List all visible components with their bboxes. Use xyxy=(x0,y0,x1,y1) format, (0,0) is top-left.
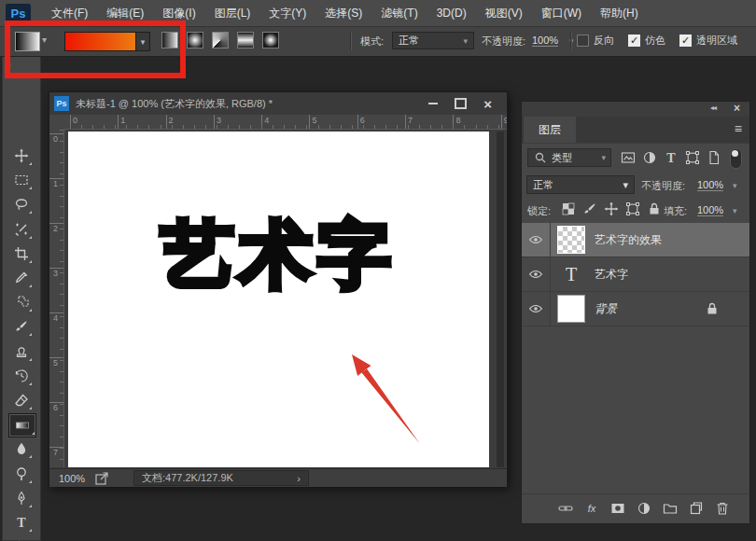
ruler-number: 0 xyxy=(49,133,63,178)
panel-group-header: ◂◂ × xyxy=(522,102,749,118)
zoom-level-field[interactable]: 100% xyxy=(59,473,94,484)
page-filter-icon[interactable] xyxy=(707,150,721,165)
opacity-value[interactable]: 100% xyxy=(532,35,558,47)
canvas[interactable]: 艺术字 xyxy=(68,132,489,467)
menu-item[interactable]: 图层(L) xyxy=(205,0,260,26)
checkbox-1[interactable]: 仿色 xyxy=(628,34,665,48)
tool-move[interactable] xyxy=(10,145,33,167)
menu-item[interactable]: 文件(F) xyxy=(42,0,97,26)
filter-toggle-switch[interactable] xyxy=(730,148,742,169)
layer-name: 艺术字 xyxy=(595,257,628,291)
menu-item[interactable]: 图像(I) xyxy=(153,0,204,26)
layer-row-effect[interactable]: 艺术字的效果 xyxy=(522,223,749,257)
chevron-down-icon[interactable]: ▾ xyxy=(733,206,737,215)
tool-lasso[interactable] xyxy=(10,193,33,215)
tool-preset-chevron-icon[interactable]: ▾ xyxy=(42,35,47,45)
layer-row-text[interactable]: T 艺术字 xyxy=(522,257,749,292)
linear-gradient-button[interactable] xyxy=(161,32,178,49)
document-ps-icon: Ps xyxy=(54,96,69,111)
angle-gradient-button[interactable] xyxy=(212,32,229,49)
maximize-button[interactable] xyxy=(455,98,467,109)
gradient-picker-chevron-icon[interactable]: ▾ xyxy=(135,32,150,51)
panel-menu-icon[interactable]: ≡ xyxy=(735,121,742,136)
menu-item[interactable]: 3D(D) xyxy=(427,0,476,26)
tool-type[interactable]: T xyxy=(10,511,33,534)
diamond-gradient-button[interactable] xyxy=(262,32,279,49)
tool-path-selection[interactable] xyxy=(10,535,33,541)
lock-lock-icon[interactable] xyxy=(647,201,662,216)
reflected-gradient-button[interactable] xyxy=(237,32,254,49)
collapse-panel-icon[interactable]: ◂◂ xyxy=(710,104,716,112)
checkbox-0[interactable]: 反向 xyxy=(577,34,614,48)
document-titlebar[interactable]: Ps 未标题-1 @ 100% (艺术字的效果, RGB/8) * × xyxy=(49,92,507,116)
folder-button-icon[interactable] xyxy=(663,501,679,517)
menu-item[interactable]: 编辑(E) xyxy=(97,0,153,26)
checkbox-box[interactable] xyxy=(628,35,640,47)
filter-type-select[interactable]: 类型 ▾ xyxy=(527,148,611,167)
visibility-cell[interactable] xyxy=(522,257,551,291)
blend-mode-select[interactable]: 正常 ▾ xyxy=(392,32,474,49)
close-panel-icon[interactable]: × xyxy=(734,102,740,115)
layer-row-background[interactable]: 背景 xyxy=(522,292,749,326)
tab-layers[interactable]: 图层 xyxy=(524,117,576,143)
menu-item[interactable]: 视图(V) xyxy=(476,0,532,26)
chevron-down-icon[interactable]: ▾ xyxy=(733,181,737,190)
mask-button-icon[interactable] xyxy=(610,501,626,517)
layers-panel-actions: fx xyxy=(522,493,749,522)
layer-blend-mode-select[interactable]: 正常 ▾ xyxy=(526,175,635,194)
fill-value[interactable]: 100% xyxy=(697,204,723,216)
close-button[interactable]: × xyxy=(483,97,492,111)
adjustment-button-icon[interactable] xyxy=(637,501,652,517)
chevron-right-icon: › xyxy=(297,473,301,484)
tool-rectangular-marquee[interactable] xyxy=(10,169,33,191)
tool-eraser[interactable] xyxy=(10,389,33,411)
trash-button-icon[interactable] xyxy=(715,501,731,517)
tool-history-brush[interactable] xyxy=(10,365,33,387)
new-layer-button-icon[interactable] xyxy=(689,501,705,517)
layer-thumbnail-text[interactable]: T xyxy=(557,260,585,288)
tool-brush[interactable] xyxy=(10,315,33,338)
tool-gradient[interactable] xyxy=(8,413,36,437)
checkerboard-lock-icon[interactable] xyxy=(561,201,576,216)
vertical-scrollbar[interactable] xyxy=(497,132,504,467)
radial-gradient-button[interactable] xyxy=(187,32,203,49)
document-info-field[interactable]: 文档:477.2K/127.9K › xyxy=(133,470,309,486)
adjustment-filter-icon[interactable] xyxy=(642,150,657,165)
export-icon[interactable] xyxy=(94,471,109,486)
document-status-bar: 100% 文档:477.2K/127.9K › xyxy=(49,468,507,487)
gradient-preview[interactable] xyxy=(64,32,136,51)
tool-magic-wand[interactable] xyxy=(10,218,33,241)
visibility-cell[interactable] xyxy=(522,292,551,326)
menu-item[interactable]: 窗口(W) xyxy=(532,0,591,26)
frame-lock-icon[interactable] xyxy=(625,201,640,216)
tool-spot-healing[interactable] xyxy=(10,291,33,313)
menu-item[interactable]: 帮助(H) xyxy=(591,0,648,26)
menu-item[interactable]: 文字(Y) xyxy=(259,0,315,26)
tool-blur[interactable] xyxy=(10,437,33,460)
checkbox-2[interactable]: 透明区域 xyxy=(679,34,737,48)
visibility-cell[interactable] xyxy=(522,223,551,257)
checkbox-box[interactable] xyxy=(679,35,692,47)
toolbar-collapse-icon[interactable]: » xyxy=(6,60,10,70)
move-lock-icon[interactable] xyxy=(604,201,619,216)
tool-eyedropper[interactable] xyxy=(10,267,33,289)
tool-clone-stamp[interactable] xyxy=(10,340,33,363)
layer-thumbnail-background[interactable] xyxy=(557,295,585,323)
type-filter-icon[interactable]: T xyxy=(664,150,679,165)
layer-thumbnail-transparent[interactable] xyxy=(557,226,585,254)
eye-icon xyxy=(528,301,543,316)
tool-dodge[interactable] xyxy=(10,463,33,485)
menu-item[interactable]: 滤镜(T) xyxy=(371,0,427,26)
fx-button-icon[interactable]: fx xyxy=(584,501,600,517)
brush-lock-icon[interactable] xyxy=(582,201,597,216)
link-button-icon[interactable] xyxy=(558,501,574,517)
frame-filter-icon[interactable] xyxy=(685,150,700,165)
tool-preset-picker[interactable] xyxy=(15,32,40,51)
menu-item[interactable]: 选择(S) xyxy=(315,0,371,26)
layer-opacity-value[interactable]: 100% xyxy=(697,179,723,191)
tool-pen[interactable] xyxy=(10,487,33,509)
tool-crop[interactable] xyxy=(10,243,33,265)
image-filter-icon[interactable] xyxy=(621,150,636,165)
checkbox-box[interactable] xyxy=(577,35,589,47)
minimize-button[interactable] xyxy=(428,103,438,104)
